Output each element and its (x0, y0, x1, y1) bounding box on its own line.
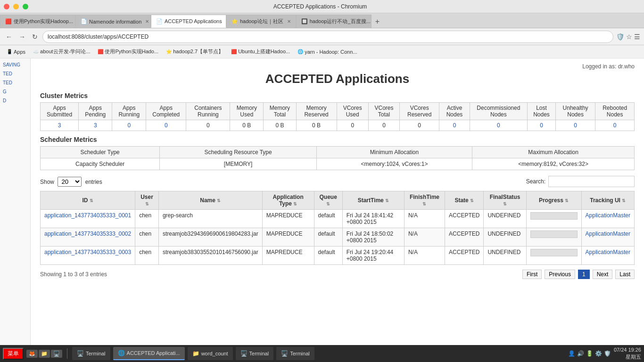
entries-select[interactable]: 10 20 25 50 100 (58, 177, 82, 187)
th-id[interactable]: ID ⇅ (41, 191, 135, 210)
bookmark-python-hadoop[interactable]: 🟥 使用Python实现Hado... (95, 47, 161, 56)
bookmark-python-icon: 🟥 (98, 49, 103, 54)
cell-state-3: ACCEPTED (445, 247, 484, 265)
cluster-metrics-table: Apps Submitted Apps Pending Apps Running… (40, 102, 635, 131)
val-apps-pending: 3 (79, 120, 112, 131)
search-label: Search: (526, 178, 545, 185)
address-bar-row: ← → ↻ 🛡️ ☆ ☰ (0, 28, 644, 45)
sidebar-item-ted2[interactable]: TED (0, 78, 30, 87)
th-final-status[interactable]: FinalStatus ⇅ (484, 191, 526, 210)
col-lost-nodes: Lost Nodes (528, 103, 556, 120)
forward-button[interactable]: → (17, 32, 27, 41)
col-apps-submitted: Apps Submitted (41, 103, 79, 120)
cell-name-3: streamjob38303552010146756090.jar (158, 247, 262, 265)
tracking-link-2[interactable]: ApplicationMaster (586, 230, 630, 237)
reload-button[interactable]: ↻ (30, 32, 40, 41)
toolbar-icons: 🛡️ ☆ ☰ (616, 33, 640, 41)
bookmark-hadoop27[interactable]: ⭐ hadoop2.7【单节点】 (163, 47, 226, 56)
th-tracking-ui[interactable]: Tracking UI ⇅ (581, 191, 634, 210)
window-close-button[interactable] (4, 4, 9, 9)
th-start-time[interactable]: StartTime ⇅ (342, 191, 404, 210)
cell-tracking-2: ApplicationMaster (581, 228, 634, 247)
browser-tabs-bar: 🟥 使用Python实现Hadoop... ✕ 📄 Namenode infor… (0, 13, 644, 28)
cell-starttime-2: Fri Jul 24 18:50:02 +0800 2015 (342, 228, 404, 247)
bookmark-hadoop27-label: hadoop2.7【单节点】 (173, 48, 223, 55)
tab-accepted-apps-label: ACCEPTED Applications (165, 18, 222, 24)
pagination: First Previous 1 Next Last (522, 270, 635, 279)
logged-in-bar: Logged in as: dr.who (40, 63, 635, 70)
bookmark-ubuntu-hadoop[interactable]: 🟥 Ubuntu上搭建Hadoo... (228, 47, 293, 56)
bookmark-yarn-label: yarn - Hadoop: Conn... (305, 49, 357, 55)
val-containers-running: 0 (186, 120, 230, 131)
th-queue[interactable]: Queue ⇅ (314, 191, 342, 210)
th-app-type[interactable]: Application Type ⇅ (262, 191, 314, 210)
tab-namenode[interactable]: 📄 Namenode information ✕ (75, 15, 151, 28)
tab-hadoop-forum[interactable]: ⭐ hadoop论坛｜社区 ✕ (226, 15, 296, 28)
col-vcores-used: VCores Used (337, 103, 368, 120)
cell-app-id-1: application_1437734035333_0001 (41, 210, 135, 228)
tab-hadoop-baidu[interactable]: 🔲 hadoop运行不动_百度搜... ✕ (296, 15, 372, 28)
app-id-link-3[interactable]: application_1437734035333_0003 (44, 249, 131, 255)
th-user[interactable]: User ⇅ (135, 191, 159, 210)
tab-namenode-close[interactable]: ✕ (145, 19, 149, 24)
bookmark-yarn-icon: 🌐 (297, 49, 303, 54)
th-state[interactable]: State ⇅ (445, 191, 484, 210)
th-finish-time[interactable]: FinishTime ⇅ (404, 191, 445, 210)
table-row: application_1437734035333_0001 chen grep… (41, 210, 635, 228)
applications-table: ID ⇅ User ⇅ Name ⇅ Application Type ⇅ Qu… (40, 191, 635, 265)
main-content-area: Logged in as: dr.who ACCEPTED Applicatio… (31, 58, 644, 345)
pagination-last[interactable]: Last (615, 270, 635, 279)
tab-namenode-label: Namenode information (89, 19, 141, 25)
pagination-page-1[interactable]: 1 (578, 270, 590, 279)
cell-user-2: chen (135, 228, 159, 247)
bookmark-cloud[interactable]: ☁️ about云开发-学问论... (30, 47, 93, 56)
cell-app-id-2: application_1437734035333_0002 (41, 228, 135, 247)
pagination-next[interactable]: Next (593, 270, 613, 279)
sidebar-item-d[interactable]: D (0, 96, 30, 105)
search-input[interactable] (548, 176, 635, 187)
cell-finalstatus-3: UNDEFINED (484, 247, 526, 265)
tab-python-hadoop-icon: 🟥 (5, 18, 12, 25)
val-memory-total: 0 B (264, 120, 296, 131)
cell-tracking-1: ApplicationMaster (581, 210, 634, 228)
th-name[interactable]: Name ⇅ (158, 191, 262, 210)
sidebar-item-saving[interactable]: SAVING (0, 60, 30, 69)
bookmark-yarn[interactable]: 🌐 yarn - Hadoop: Conn... (295, 48, 360, 56)
sidebar-item-ted1[interactable]: TED (0, 69, 30, 78)
tab-accepted-apps[interactable]: 📄 ACCEPTED Applications ✕ (151, 15, 226, 28)
address-input[interactable] (42, 31, 613, 43)
app-id-link-1[interactable]: application_1437734035333_0001 (44, 212, 131, 219)
new-tab-button[interactable]: + (372, 16, 383, 28)
tab-accepted-apps-close[interactable]: ✕ (226, 19, 226, 24)
pagination-first[interactable]: First (522, 270, 542, 279)
menu-icon[interactable]: ☰ (634, 33, 640, 41)
th-progress[interactable]: Progress ⇅ (526, 191, 581, 210)
app-id-link-2[interactable]: application_1437734035333_0002 (44, 230, 131, 237)
bookmark-star-icon[interactable]: ☆ (626, 33, 632, 41)
cell-state-1: ACCEPTED (445, 210, 484, 228)
tracking-link-1[interactable]: ApplicationMaster (586, 212, 630, 219)
back-button[interactable]: ← (4, 32, 14, 41)
tab-hadoop-forum-close[interactable]: ✕ (287, 19, 291, 24)
cell-queue-1: default (314, 210, 342, 228)
cell-queue-3: default (314, 247, 342, 265)
table-controls: Show 10 20 25 50 100 entries Search: (40, 176, 635, 187)
cell-state-2: ACCEPTED (445, 228, 484, 247)
val-lost-nodes: 0 (528, 120, 556, 131)
window-maximize-button[interactable] (23, 4, 28, 9)
col-memory-used: Memory Used (230, 103, 264, 120)
col-scheduler-type: Scheduler Type (41, 147, 160, 158)
col-containers-running: Containers Running (186, 103, 230, 120)
pagination-previous[interactable]: Previous (545, 270, 575, 279)
tab-python-hadoop[interactable]: 🟥 使用Python实现Hadoop... ✕ (0, 15, 75, 28)
cell-apptype-3: MAPREDUCE (262, 247, 314, 265)
cell-tracking-3: ApplicationMaster (581, 247, 634, 265)
shield-icon[interactable]: 🛡️ (616, 33, 624, 41)
tracking-link-3[interactable]: ApplicationMaster (586, 249, 630, 255)
bookmark-apps[interactable]: 📱 Apps (4, 48, 28, 56)
browser-window-controls[interactable] (4, 4, 28, 9)
sidebar-item-g[interactable]: G (0, 87, 30, 96)
window-minimize-button[interactable] (13, 4, 19, 9)
col-min-allocation: Minimum Allocation (316, 147, 472, 158)
cell-progress-3 (526, 247, 581, 265)
